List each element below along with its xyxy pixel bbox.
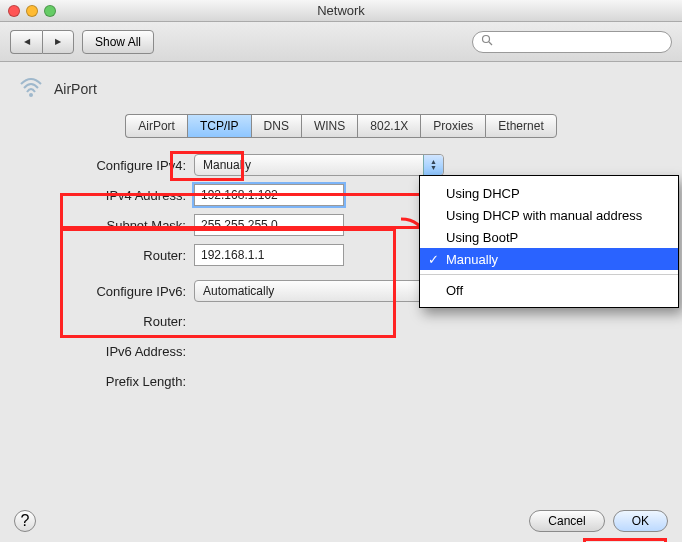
- search-icon: [481, 34, 493, 49]
- configure-ipv6-value: Automatically: [203, 284, 274, 298]
- forward-button[interactable]: ▶: [42, 30, 74, 54]
- window-title: Network: [0, 3, 682, 18]
- back-icon: ◀: [24, 37, 30, 46]
- tab-ethernet[interactable]: Ethernet: [485, 114, 556, 138]
- interface-header: AirPort: [14, 70, 668, 112]
- prefix-length-label: Prefix Length:: [54, 374, 194, 389]
- tab-8021x[interactable]: 802.1X: [357, 114, 420, 138]
- ipv4-router-label: Router:: [54, 248, 194, 263]
- menu-item[interactable]: Using DHCP: [420, 182, 678, 204]
- ipv4-address-label: IPv4 Address:: [54, 188, 194, 203]
- show-all-button[interactable]: Show All: [82, 30, 154, 54]
- annotation-highlight: [583, 538, 667, 542]
- dropdown-stepper-icon: ▲▼: [423, 155, 443, 175]
- ipv6-address-row: IPv6 Address:: [54, 336, 628, 366]
- svg-point-0: [483, 36, 490, 43]
- ipv6-router-label: Router:: [54, 314, 194, 329]
- tab-wins[interactable]: WINS: [301, 114, 357, 138]
- menu-item[interactable]: Manually: [420, 248, 678, 270]
- help-icon: ?: [21, 512, 30, 530]
- prefix-length-row: Prefix Length:: [54, 366, 628, 396]
- tab-tcpip[interactable]: TCP/IP: [187, 114, 251, 138]
- toolbar: ◀ ▶ Show All: [0, 22, 682, 62]
- back-button[interactable]: ◀: [10, 30, 42, 54]
- ipv4-address-input[interactable]: [194, 184, 344, 206]
- configure-ipv4-value: Manually: [203, 158, 251, 172]
- menu-item[interactable]: Off: [420, 279, 678, 301]
- cancel-button[interactable]: Cancel: [529, 510, 604, 532]
- window-titlebar: Network: [0, 0, 682, 22]
- configure-ipv6-select[interactable]: Automatically ▲▼: [194, 280, 444, 302]
- tab-dns[interactable]: DNS: [251, 114, 301, 138]
- tab-proxies[interactable]: Proxies: [420, 114, 485, 138]
- configure-ipv4-label: Configure IPv4:: [54, 158, 194, 173]
- svg-line-1: [489, 42, 492, 45]
- subnet-mask-input[interactable]: [194, 214, 344, 236]
- configure-ipv6-label: Configure IPv6:: [54, 284, 194, 299]
- tab-bar: AirPortTCP/IPDNSWINS802.1XProxiesEtherne…: [14, 114, 668, 138]
- configure-ipv4-popup[interactable]: Using DHCPUsing DHCP with manual address…: [419, 175, 679, 308]
- nav-segment: ◀ ▶: [10, 30, 74, 54]
- menu-item[interactable]: Using DHCP with manual address: [420, 204, 678, 226]
- help-button[interactable]: ?: [14, 510, 36, 532]
- svg-point-2: [29, 93, 33, 97]
- footer: ? Cancel OK: [14, 510, 668, 532]
- tab-airport[interactable]: AirPort: [125, 114, 187, 138]
- ipv6-address-label: IPv6 Address:: [54, 344, 194, 359]
- configure-ipv4-select[interactable]: Manually ▲▼: [194, 154, 444, 176]
- menu-item[interactable]: Using BootP: [420, 226, 678, 248]
- forward-icon: ▶: [55, 37, 61, 46]
- menu-divider: [420, 274, 678, 275]
- ipv4-router-input[interactable]: [194, 244, 344, 266]
- ipv6-router-row: Router:: [54, 306, 628, 336]
- interface-name: AirPort: [54, 81, 97, 97]
- subnet-mask-label: Subnet Mask:: [54, 218, 194, 233]
- airport-icon: [18, 76, 44, 102]
- search-field[interactable]: [472, 31, 672, 53]
- ok-button[interactable]: OK: [613, 510, 668, 532]
